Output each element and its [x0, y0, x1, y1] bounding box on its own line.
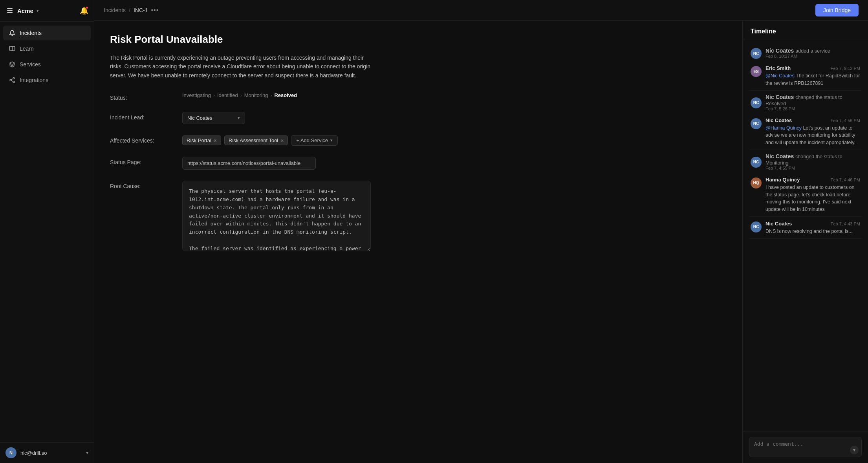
- breadcrumb-incidents[interactable]: Incidents: [104, 7, 126, 13]
- bell-icon: [9, 29, 16, 37]
- timeline-simple-text: Nic Coates changed the status to Resolve…: [765, 94, 860, 111]
- svg-point-3: [13, 81, 15, 83]
- affected-services-field-row: Affected Services: Risk Portal × Risk As…: [110, 135, 727, 146]
- comment-input[interactable]: [749, 437, 862, 457]
- timeline-meta: Hanna Quincy Feb 7, 4:46 PM: [765, 177, 860, 183]
- status-page-field-row: Status Page:: [110, 157, 727, 170]
- user-info: N nic@drill.so: [5, 447, 47, 458]
- status-arrow-1: ›: [213, 93, 215, 98]
- service-tag-risk-assessment: Risk Assessment Tool ×: [224, 135, 288, 145]
- timeline-meta: Eric Smith Feb 7, 9:12 PM: [765, 65, 860, 71]
- status-page-input[interactable]: [182, 157, 316, 170]
- book-icon: [9, 45, 16, 52]
- brand-chevron-icon: ▾: [37, 8, 39, 13]
- status-resolved[interactable]: Resolved: [274, 92, 297, 98]
- join-bridge-button[interactable]: Join Bridge: [815, 4, 859, 16]
- incident-lead-selected: Nic Coates: [187, 115, 212, 121]
- content-area: Risk Portal Unavailable The Risk Portal …: [94, 21, 868, 463]
- service-tag-name: Risk Portal: [187, 137, 211, 143]
- timeline-body: Nic Coates Feb 7, 4:43 PM DNS is now res…: [765, 221, 860, 235]
- incident-lead-field-row: Incident Lead: Nic Coates ▾: [110, 112, 727, 124]
- topbar: Incidents / INC-1 ••• Join Bridge: [94, 0, 868, 21]
- avatar: NC: [751, 48, 762, 59]
- sidebar-item-label: Learn: [20, 46, 34, 52]
- incident-lead-value: Nic Coates ▾: [182, 112, 727, 124]
- menu-icon: [5, 6, 14, 15]
- add-service-button[interactable]: + Add Service ▾: [291, 135, 338, 146]
- sidebar-item-label: Integrations: [20, 77, 48, 83]
- more-options-icon[interactable]: •••: [151, 7, 159, 14]
- svg-point-1: [13, 77, 15, 79]
- status-page-label: Status Page:: [110, 157, 173, 165]
- notifications-bell[interactable]: 🔔: [80, 6, 88, 15]
- timeline-meta: Nic Coates Feb 7, 4:43 PM: [765, 221, 860, 227]
- incident-description: The Risk Portal is currently experiencin…: [110, 53, 377, 80]
- svg-marker-0: [9, 62, 15, 64]
- scroll-down-icon[interactable]: ▾: [850, 446, 859, 454]
- user-chevron-icon: ▾: [86, 450, 88, 456]
- remove-risk-assessment-icon[interactable]: ×: [280, 138, 284, 143]
- sidebar-item-incidents[interactable]: Incidents: [3, 26, 91, 40]
- incident-lead-label: Incident Lead:: [110, 112, 173, 121]
- timeline-text: DNS is now resolving and the portal is..…: [765, 228, 860, 235]
- avatar: NC: [751, 221, 762, 232]
- username: nic@drill.so: [20, 450, 47, 456]
- avatar: NC: [751, 118, 762, 129]
- timeline-body: Hanna Quincy Feb 7, 4:46 PM I have poste…: [765, 177, 860, 213]
- root-cause-value: The physical server that hosts the porta…: [182, 181, 727, 253]
- status-page-value: [182, 157, 727, 170]
- timeline-meta: Nic Coates Feb 7, 4:56 PM: [765, 117, 860, 123]
- timeline-entries: NC Nic Coates added a service Feb 8, 10:…: [743, 40, 868, 432]
- avatar: ES: [751, 66, 762, 77]
- remove-risk-portal-icon[interactable]: ×: [214, 138, 217, 143]
- root-cause-textarea[interactable]: The physical server that hosts the porta…: [182, 181, 371, 251]
- timeline-simple-text: Nic Coates changed the status to Monitor…: [765, 153, 860, 170]
- breadcrumb-current: INC-1: [134, 7, 148, 13]
- breadcrumb-separator: /: [129, 7, 130, 13]
- root-cause-field-row: Root Cause: The physical server that hos…: [110, 181, 727, 253]
- timeline-entry: NC Nic Coates Feb 7, 4:56 PM @Hanna Quin…: [749, 114, 862, 150]
- layers-icon: [9, 61, 16, 68]
- incident-lead-select[interactable]: Nic Coates ▾: [182, 112, 245, 124]
- timeline-panel: Timeline NC Nic Coates added a service F…: [742, 21, 868, 463]
- sidebar-item-label: Services: [20, 61, 41, 68]
- svg-point-2: [10, 79, 11, 81]
- brand-name: Acme: [17, 7, 33, 14]
- svg-line-4: [11, 81, 13, 82]
- status-identified[interactable]: Identified: [217, 92, 238, 98]
- timeline-entry: NC Nic Coates added a service Feb 8, 10:…: [749, 45, 862, 61]
- sidebar-footer[interactable]: N nic@drill.so ▾: [0, 442, 94, 463]
- affected-services-value: Risk Portal × Risk Assessment Tool × + A…: [182, 135, 727, 146]
- timeline-entry: NC Nic Coates changed the status to Reso…: [749, 92, 862, 113]
- incident-title: Risk Portal Unavailable: [110, 33, 727, 46]
- timeline-body: Nic Coates Feb 7, 4:56 PM @Hanna Quincy …: [765, 117, 860, 146]
- avatar: N: [5, 447, 16, 458]
- timeline-entry: ES Eric Smith Feb 7, 9:12 PM @Nic Coates…: [749, 62, 862, 91]
- service-tag-risk-portal: Risk Portal ×: [182, 135, 221, 145]
- status-field-row: Status: Investigating › Identified › Mon…: [110, 92, 727, 101]
- sidebar-item-integrations[interactable]: Integrations: [3, 73, 91, 88]
- share-icon: [9, 77, 16, 84]
- affected-services-label: Affected Services:: [110, 135, 173, 144]
- avatar: NC: [751, 157, 762, 168]
- timeline-entry: NC Nic Coates changed the status to Moni…: [749, 151, 862, 173]
- sidebar-item-services[interactable]: Services: [3, 57, 91, 72]
- services-tags: Risk Portal × Risk Assessment Tool × + A…: [182, 135, 727, 146]
- svg-line-5: [11, 79, 13, 80]
- timeline-entry: HQ Hanna Quincy Feb 7, 4:46 PM I have po…: [749, 174, 862, 217]
- sidebar-item-label: Incidents: [20, 30, 42, 36]
- status-label: Status:: [110, 92, 173, 101]
- avatar: HQ: [751, 178, 762, 188]
- timeline-text: I have posted an update to customers on …: [765, 184, 860, 213]
- sidebar-item-learn[interactable]: Learn: [3, 41, 91, 56]
- timeline-entry: NC Nic Coates Feb 7, 4:43 PM DNS is now …: [749, 218, 862, 239]
- status-investigating[interactable]: Investigating: [182, 92, 211, 98]
- sidebar-brand[interactable]: Acme ▾: [5, 6, 39, 15]
- comment-box: ▾: [743, 432, 868, 463]
- status-monitoring[interactable]: Monitoring: [244, 92, 268, 98]
- main-content: Incidents / INC-1 ••• Join Bridge Risk P…: [94, 0, 868, 463]
- timeline-title: Timeline: [751, 28, 860, 35]
- sidebar: Acme ▾ 🔔 Incidents Learn Services: [0, 0, 94, 463]
- avatar: NC: [751, 97, 762, 108]
- timeline-simple-text: Nic Coates added a service Feb 8, 10:27 …: [765, 48, 830, 59]
